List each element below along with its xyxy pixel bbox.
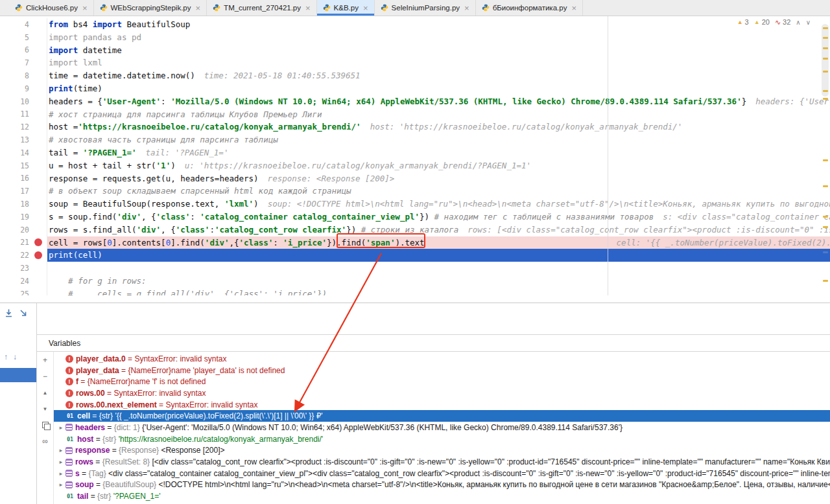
line-number[interactable]: 14 (0, 148, 29, 157)
editor-tab[interactable]: K&B.py × (317, 0, 375, 16)
error-stripe-mark[interactable] (823, 37, 828, 39)
code-text[interactable]: s = soup.find('div', {'class': 'catalog_… (47, 211, 830, 223)
editor-line[interactable]: 22 print(cell) (0, 249, 830, 262)
code-text[interactable] (47, 262, 830, 275)
editor-tab[interactable]: бБиоинформатика.py × (476, 0, 583, 16)
code-text[interactable]: response = requests.get(u, headers=heade… (47, 172, 830, 185)
selected-frame-row[interactable] (0, 368, 36, 382)
tab-close-icon[interactable]: × (571, 4, 576, 12)
editor-gutter[interactable]: 18 (0, 198, 47, 211)
scrollbar-thumb[interactable] (822, 24, 829, 97)
variable-row[interactable]: ▸ ! player_data = {NameError}name 'playe… (54, 365, 830, 376)
code-text[interactable]: # cells = g.find_all('div', {'class': 'i… (47, 288, 830, 295)
error-stripe-mark[interactable] (823, 159, 828, 161)
editor-line[interactable]: 19 s = soup.find('div', {'class': 'catal… (0, 211, 830, 223)
editor-gutter[interactable]: 4 (0, 18, 47, 31)
code-text[interactable]: import pandas as pd (47, 31, 830, 44)
line-number[interactable]: 13 (0, 135, 29, 144)
error-stripe-mark[interactable] (823, 280, 828, 282)
code-text[interactable]: # в объект soup складываем спарсенный ht… (47, 185, 830, 198)
code-text[interactable]: print(time) (47, 82, 830, 95)
move-watch-up-icon[interactable]: ▲ (43, 388, 48, 397)
editor-gutter[interactable]: 9 (0, 82, 47, 95)
duplicate-watch-icon[interactable] (42, 420, 49, 430)
up-arrow-icon[interactable]: ↑ (4, 352, 8, 361)
editor-gutter[interactable]: 25 (0, 288, 47, 295)
editor-tab[interactable]: ClickHouse6.py × (9, 0, 94, 16)
editor-line[interactable]: 13 # хвостовая часть страницы для парсин… (0, 133, 830, 146)
editor-line[interactable]: 5 import pandas as pd (0, 31, 830, 44)
line-number[interactable]: 11 (0, 109, 29, 119)
line-number[interactable]: 22 (0, 251, 29, 260)
weak-warnings-indicator[interactable]: ▲ 20 (754, 18, 770, 26)
line-number[interactable]: 5 (0, 33, 29, 42)
error-stripe-mark[interactable] (823, 71, 828, 73)
variable-row[interactable]: ▸ s = {Tag} <div class="catalog_containe… (54, 468, 830, 479)
error-stripe-mark[interactable] (823, 58, 828, 60)
breakpoint-icon[interactable] (34, 238, 42, 246)
add-watch-icon[interactable]: + (43, 356, 47, 365)
editor-gutter[interactable]: 13 (0, 133, 47, 146)
line-number[interactable]: 7 (0, 58, 29, 67)
editor-gutter[interactable]: 15 (0, 159, 47, 172)
editor-line[interactable]: 23 (0, 262, 830, 275)
variable-row[interactable]: ▸ soup = {BeautifulSoup} <!DOCTYPE html>… (54, 479, 830, 491)
code-text[interactable]: print(cell) (47, 249, 830, 262)
editor-gutter[interactable]: 24 (0, 275, 47, 288)
editor-tab[interactable]: WEbScrappingStepik.py × (94, 0, 208, 16)
editor-gutter[interactable]: 23 (0, 262, 47, 275)
expand-chevron-icon[interactable]: ▸ (56, 470, 65, 477)
line-number[interactable]: 4 (0, 20, 29, 29)
editor-line[interactable]: 17 # в объект soup складываем спарсенный… (0, 185, 830, 198)
editor-line[interactable]: 12 host ='https://krasnoeibeloe.ru/catal… (0, 120, 830, 133)
error-stripe-mark[interactable] (823, 98, 828, 100)
variable-row[interactable]: ▸ rows = {ResultSet: 8} [<div class="cat… (54, 456, 830, 468)
error-stripe-mark[interactable] (823, 216, 828, 218)
variable-row[interactable]: ▸ 01 host = {str} 'https://krasnoeibeloe… (54, 433, 830, 445)
editor-gutter[interactable]: 17 (0, 185, 47, 198)
line-number[interactable]: 23 (0, 264, 29, 273)
editor-line[interactable]: 24 # for g in rows: (0, 275, 830, 288)
code-text[interactable]: cell = rows[0].contents[0].find('div',{'… (47, 236, 830, 249)
error-stripe-mark[interactable] (823, 90, 828, 92)
code-text[interactable]: import lxml (47, 56, 830, 69)
editor-line[interactable]: 4 from bs4 import BeautifulSoup (0, 18, 830, 31)
code-text[interactable]: # хост страница для парсинга таблицы Клу… (47, 108, 830, 121)
editor-line[interactable]: 20 rows = s.find_all('div', {'class':'ca… (0, 223, 830, 236)
editor-line[interactable]: 9 print(time) (0, 82, 830, 95)
variable-row[interactable]: ▸ ! player_data.0 = SyntaxError: invalid… (54, 353, 830, 365)
line-number[interactable]: 12 (0, 122, 29, 132)
editor-gutter[interactable]: 19 (0, 211, 47, 223)
code-text[interactable]: host ='https://krasnoeibeloe.ru/catalog/… (47, 120, 830, 133)
line-number[interactable]: 18 (0, 200, 29, 209)
remove-watch-icon[interactable]: − (43, 372, 47, 381)
editor-line[interactable]: 21 cell = rows[0].contents[0].find('div'… (0, 236, 830, 249)
editor-tab[interactable]: TM_current_270421.py × (207, 0, 317, 16)
tab-close-icon[interactable]: × (363, 4, 368, 12)
variable-row[interactable]: ▸ 01 cell = {str} '{{ _.toNumber(priceVa… (54, 410, 830, 422)
tab-close-icon[interactable]: × (82, 4, 88, 12)
evaluate-icon[interactable]: ∞ (42, 437, 48, 446)
line-number[interactable]: 20 (0, 225, 29, 235)
move-watch-down-icon[interactable]: ▼ (43, 404, 48, 413)
editor-gutter[interactable]: 12 (0, 120, 47, 133)
expand-chevron-icon[interactable]: ▸ (56, 447, 65, 453)
inspections-widget[interactable]: ▲ 3 ▲ 20 ∿ 32 ∧ ∨ (737, 18, 811, 26)
expand-chevron-icon[interactable]: ▸ (56, 481, 65, 488)
code-editor[interactable]: 4 from bs4 import BeautifulSoup 5 import… (0, 16, 830, 295)
expand-chevron-icon[interactable]: ▸ (56, 459, 65, 465)
variable-row[interactable]: ▸ headers = {dict: 1} {'User-Agent': 'Mo… (54, 422, 830, 433)
error-stripe-mark[interactable] (823, 27, 828, 29)
line-number[interactable]: 21 (0, 238, 29, 247)
editor-line[interactable]: 15 u = host + tail + str('1')u: 'https:/… (0, 159, 830, 172)
code-text[interactable]: soup = BeautifulSoup(response.text, 'lxm… (47, 198, 830, 211)
line-number[interactable]: 19 (0, 212, 29, 222)
editor-gutter[interactable]: 20 (0, 223, 47, 236)
code-text[interactable]: headers = {'User-Agent': 'Mozilla/5.0 (W… (47, 95, 830, 108)
expand-chevron-icon[interactable]: ▸ (56, 424, 65, 431)
warnings-indicator[interactable]: ▲ 3 (737, 18, 749, 26)
editor-gutter[interactable]: 7 (0, 56, 47, 69)
editor-line[interactable]: 25 # cells = g.find_all('div', {'class':… (0, 288, 830, 295)
code-text[interactable]: u = host + tail + str('1')u: 'https://kr… (47, 159, 830, 172)
panel-splitter[interactable] (0, 303, 830, 303)
